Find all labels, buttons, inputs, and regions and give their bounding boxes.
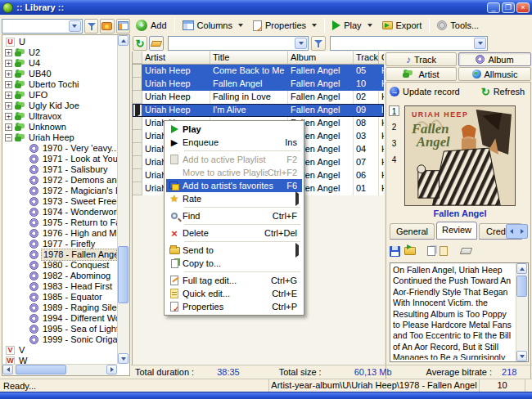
folder-view-button[interactable] (100, 19, 114, 34)
tree-item-1989-raging-silence[interactable]: 1989 - Raging Silence (2, 303, 117, 313)
chevron-down-icon[interactable] (295, 38, 307, 49)
eraser-icon[interactable] (460, 248, 473, 254)
tree-item-ugly-kid-joe[interactable]: +Ugly Kid Joe (2, 101, 117, 111)
row-header[interactable] (133, 182, 142, 195)
column-header-album[interactable]: Album (288, 52, 354, 64)
tree-item-1971-look-at-yourself[interactable]: 1971 - Look at Yourself (2, 154, 117, 164)
properties-button[interactable]: Properties (248, 16, 322, 34)
tree-item-uriah-heep[interactable]: −Uriah Heep (2, 132, 117, 143)
tree-item-1971-salisbury[interactable]: 1971 - Salisbury (2, 164, 117, 175)
tree-item-v[interactable]: VV (2, 345, 117, 356)
row-header[interactable] (133, 169, 142, 182)
update-record-button[interactable]: → Update record (390, 87, 460, 96)
row-header[interactable] (133, 65, 142, 78)
tree-item-unknown[interactable]: +Unknown (2, 122, 117, 132)
art-image-3[interactable]: 3 (389, 138, 399, 149)
tree-item-ufo[interactable]: +UFO (2, 90, 117, 101)
play-button[interactable]: Play (327, 16, 376, 34)
table-row[interactable]: Uriah HeepI'm AliveFallen Angel09H (133, 104, 384, 117)
tab-scroll-arrows[interactable] (506, 224, 528, 239)
menu-item-add-to-artist-s-favorites[interactable]: Add to artist's favoritesF6 (166, 179, 302, 192)
scroll-up-button[interactable] (516, 263, 527, 274)
review-scrollbar[interactable] (516, 263, 528, 361)
panel-view-button[interactable] (116, 19, 130, 34)
filter-combo[interactable] (168, 36, 309, 51)
expand-icon[interactable]: + (5, 49, 12, 56)
menu-item-send-to[interactable]: Send to (166, 244, 302, 257)
tree-item-1982-abominog[interactable]: 1982 - Abominog (2, 271, 117, 281)
restore-button[interactable]: ❐ (502, 2, 515, 13)
row-header[interactable] (133, 78, 142, 91)
sidebar-search-combo[interactable] (2, 19, 83, 34)
add-button[interactable]: +Add (131, 16, 172, 34)
menu-item-rate[interactable]: ★Rate (166, 192, 302, 205)
column-header-title[interactable]: Title (210, 52, 288, 64)
row-header[interactable] (133, 104, 142, 117)
scroll-right-icon[interactable] (521, 229, 524, 234)
expand-icon[interactable]: + (5, 70, 12, 78)
tree-item-u[interactable]: UU (2, 37, 117, 47)
scroll-thumb[interactable] (16, 365, 66, 374)
tree-item-1975-return-to-fantas[interactable]: 1975 - Return to Fantas (2, 217, 117, 228)
tree-item-1983-head-first[interactable]: 1983 - Head First (2, 281, 117, 292)
menu-item-copy-to[interactable]: Copy to... (166, 257, 302, 270)
scroll-down-button[interactable] (516, 351, 527, 361)
search-combo[interactable] (330, 36, 488, 51)
tab-track[interactable]: ♪Track (385, 52, 457, 66)
tab-allmusic[interactable]: Allmusic (458, 67, 531, 81)
column-header-artist[interactable]: Artist (142, 52, 210, 64)
tree-item-1999-sonic-origami[interactable]: 1999 - Sonic Origami (2, 334, 117, 345)
expand-icon[interactable]: + (5, 81, 12, 88)
row-header[interactable] (133, 117, 142, 130)
menu-item-find[interactable]: FindCtrl+F (166, 209, 302, 222)
expand-icon[interactable]: + (5, 113, 12, 120)
tree-item-1985-equator[interactable]: 1985 - Equator (2, 292, 117, 303)
row-header[interactable] (133, 156, 142, 169)
tree-item-1976-high-and-mighty[interactable]: 1976 - High and Mighty (2, 228, 117, 239)
expand-icon[interactable]: + (5, 92, 12, 99)
tree-item-w[interactable]: WW (2, 356, 117, 364)
tree-item-1973-sweet-freedom[interactable]: 1973 - Sweet Freedom (2, 196, 117, 207)
expand-icon[interactable]: + (5, 123, 12, 131)
table-row[interactable]: Uriah HeepCome Back to MeFallen Angel05H (133, 65, 384, 78)
tree-item-1978-fallen-angel[interactable]: 1978 - Fallen Angel (2, 249, 117, 260)
tree-item-1995-sea-of-light[interactable]: 1995 - Sea of Light (2, 324, 117, 334)
table-row[interactable]: Uriah HeepFallen AngelFallen Angel10H (133, 78, 384, 91)
clear-filter-button[interactable] (149, 36, 164, 51)
minimize-button[interactable]: _ (487, 2, 500, 13)
save-icon[interactable] (390, 246, 400, 257)
scroll-down-button[interactable] (118, 353, 128, 364)
scroll-thumb[interactable] (118, 246, 128, 303)
menu-item-full-tag-edit[interactable]: Full tag edit...Ctrl+G (166, 274, 302, 287)
info-tab-general[interactable]: General (390, 223, 435, 240)
tree-vertical-scrollbar[interactable] (117, 35, 129, 364)
tree-item-1994-different-world[interactable]: 1994 - Different World (2, 313, 117, 324)
tab-album[interactable]: Album (458, 52, 531, 66)
tools-button[interactable]: Tools... (432, 16, 484, 34)
menu-item-delete[interactable]: ×DeleteCtrl+Del (166, 226, 302, 240)
export-button[interactable]: Export (377, 16, 427, 34)
collapse-icon[interactable]: − (5, 134, 12, 141)
tree-item-1970-very-eavy-very[interactable]: 1970 - Very 'eavy...Very (2, 143, 117, 154)
copy-icon[interactable] (427, 246, 435, 256)
art-image-4[interactable]: 4 (389, 155, 399, 165)
menu-item-properties[interactable]: PropertiesCtrl+P (166, 300, 302, 313)
paste-icon[interactable] (440, 246, 448, 256)
tree-item-ub40[interactable]: +UB40 (2, 69, 117, 79)
scroll-right-button[interactable] (106, 365, 117, 374)
open-icon[interactable] (404, 247, 416, 255)
art-image-1[interactable]: 1 (389, 105, 399, 116)
tree-horizontal-scrollbar[interactable] (2, 364, 117, 375)
art-image-2[interactable]: 2 (389, 122, 399, 132)
chevron-down-icon[interactable] (474, 38, 486, 49)
tree-item-1972-demons-and-wiza[interactable]: 1972 - Demons and Wiza (2, 175, 117, 186)
expand-icon[interactable]: + (5, 102, 12, 110)
chevron-down-icon[interactable] (69, 20, 81, 32)
tree-item-1980-conquest[interactable]: 1980 - Conquest (2, 260, 117, 271)
apply-filter-button[interactable] (311, 36, 326, 51)
scroll-up-button[interactable] (118, 35, 128, 46)
scroll-left-button[interactable] (2, 365, 13, 374)
close-button[interactable]: × (516, 2, 530, 13)
scroll-thumb[interactable] (516, 276, 527, 297)
row-header[interactable] (133, 91, 142, 104)
